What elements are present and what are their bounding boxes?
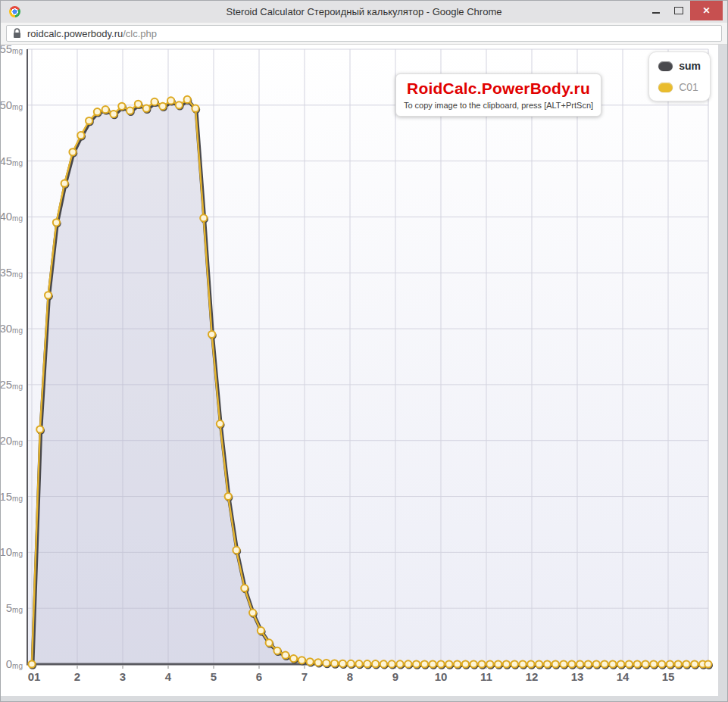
legend-marker-sum — [658, 61, 673, 71]
title-bar[interactable]: Steroid Calculator Стероидный калькулято… — [1, 1, 727, 23]
maximize-button[interactable] — [667, 1, 690, 20]
svg-text:30mg: 30mg — [1, 322, 23, 335]
url-text: roidcalc.powerbody.ru/clc.php — [27, 28, 157, 39]
concentration-chart[interactable]: 0mg5mg10mg15mg20mg25mg30mg35mg40mg45mg50… — [1, 45, 718, 696]
legend-marker-c01 — [658, 83, 673, 92]
svg-text:12: 12 — [526, 670, 539, 683]
minimize-icon — [652, 12, 660, 14]
svg-text:5: 5 — [211, 670, 217, 683]
legend-label-c01: C01 — [679, 81, 698, 93]
lock-icon[interactable] — [13, 28, 21, 39]
svg-text:7: 7 — [302, 670, 308, 683]
svg-text:14: 14 — [617, 670, 630, 683]
svg-text:40mg: 40mg — [1, 210, 23, 223]
svg-text:3: 3 — [120, 670, 126, 683]
window-controls: ✕ — [645, 1, 723, 20]
minimize-button[interactable] — [645, 1, 667, 20]
page-content: 0mg5mg10mg15mg20mg25mg30mg35mg40mg45mg50… — [1, 45, 718, 696]
svg-text:2: 2 — [74, 670, 80, 683]
y-axis-labels: 0mg5mg10mg15mg20mg25mg30mg35mg40mg45mg50… — [1, 45, 23, 670]
svg-text:6: 6 — [256, 670, 262, 683]
watermark-hint: To copy image to the clipboard, press [A… — [401, 101, 596, 110]
svg-text:45mg: 45mg — [1, 154, 23, 167]
svg-text:10: 10 — [435, 670, 448, 683]
svg-text:8: 8 — [347, 670, 353, 683]
chrome-logo-icon — [9, 6, 20, 17]
url-host: roidcalc.powerbody.ru — [27, 28, 123, 39]
close-icon: ✕ — [702, 6, 710, 15]
svg-text:50mg: 50mg — [1, 98, 23, 111]
svg-text:55mg: 55mg — [1, 45, 23, 55]
watermark-card: RoidCalc.PowerBody.ru To copy image to t… — [395, 73, 601, 117]
svg-text:0mg: 0mg — [6, 657, 23, 670]
svg-text:5mg: 5mg — [6, 601, 23, 614]
close-button[interactable]: ✕ — [690, 1, 723, 20]
svg-text:10mg: 10mg — [1, 545, 23, 558]
x-axis-labels: 0123456789101112131415 — [28, 670, 675, 683]
maximize-icon — [674, 7, 683, 14]
svg-text:13: 13 — [571, 670, 584, 683]
legend-item-sum[interactable]: sum — [658, 60, 701, 72]
watermark-brand: RoidCalc.PowerBody.ru — [401, 80, 596, 98]
address-bar: roidcalc.powerbody.ru/clc.php — [1, 23, 727, 45]
svg-text:11: 11 — [480, 670, 492, 683]
svg-text:35mg: 35mg — [1, 266, 23, 279]
svg-text:01: 01 — [28, 670, 41, 683]
legend-item-c01[interactable]: C01 — [658, 81, 701, 93]
browser-window: Steroid Calculator Стероидный калькулято… — [0, 0, 728, 702]
svg-text:15: 15 — [662, 670, 675, 683]
svg-text:20mg: 20mg — [1, 434, 23, 447]
window-title: Steroid Calculator Стероидный калькулято… — [1, 6, 727, 17]
url-path: /clc.php — [123, 28, 157, 39]
svg-text:9: 9 — [392, 670, 398, 683]
svg-text:25mg: 25mg — [1, 378, 23, 391]
url-field[interactable]: roidcalc.powerbody.ru/clc.php — [6, 25, 722, 42]
svg-text:15mg: 15mg — [1, 490, 23, 503]
svg-text:4: 4 — [165, 670, 172, 683]
legend-label-sum: sum — [679, 60, 701, 72]
legend: sum C01 — [648, 51, 711, 101]
